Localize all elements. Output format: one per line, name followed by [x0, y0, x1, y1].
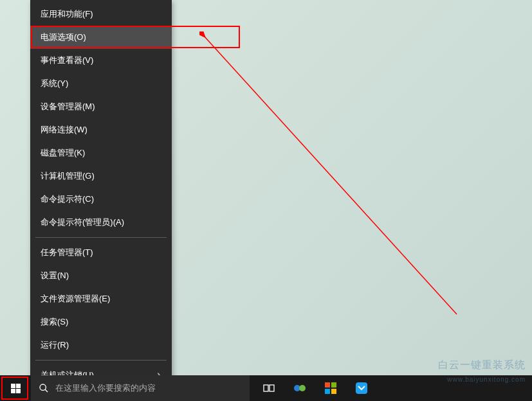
menu-separator — [35, 237, 167, 238]
menu-task-manager[interactable]: 任务管理器(T) — [30, 241, 172, 264]
search-placeholder: 在这里输入你要搜索的内容 — [55, 382, 156, 394]
menu-item-label: 事件查看器(V) — [41, 55, 93, 66]
menu-device-manager[interactable]: 设备管理器(M) — [30, 95, 172, 118]
menu-cmd[interactable]: 命令提示符(C) — [30, 188, 172, 211]
svg-line-12 — [205, 37, 457, 314]
taskbar-pinned-apps — [253, 375, 377, 401]
svg-rect-7 — [331, 382, 336, 388]
annotation-arrow — [199, 31, 463, 321]
menu-item-label: 文件资源管理器(E) — [41, 293, 110, 305]
menu-system[interactable]: 系统(Y) — [30, 72, 172, 95]
taskbar-app-1[interactable] — [284, 375, 315, 401]
svg-line-1 — [45, 389, 48, 392]
menu-search[interactable]: 搜索(S) — [30, 310, 172, 334]
menu-run[interactable]: 运行(R) — [30, 334, 172, 357]
taskbar-search[interactable]: 在这里输入你要搜索的内容 — [31, 375, 250, 401]
svg-point-5 — [299, 385, 306, 391]
menu-item-label: 网络连接(W) — [41, 124, 87, 136]
menu-event-viewer[interactable]: 事件查看器(V) — [30, 49, 172, 72]
menu-item-label: 设备管理器(M) — [41, 101, 95, 112]
start-button[interactable] — [0, 375, 31, 401]
taskbar-app-2[interactable] — [315, 375, 346, 401]
windows-logo-icon — [11, 384, 21, 393]
svg-rect-2 — [264, 385, 268, 391]
svg-rect-3 — [270, 385, 274, 391]
watermark-text: 白云一键重装系统 — [438, 359, 526, 372]
menu-item-label: 命令提示符(C) — [41, 193, 94, 205]
menu-item-label: 设置(N) — [41, 270, 69, 281]
svg-rect-8 — [325, 389, 330, 394]
svg-rect-6 — [325, 382, 330, 388]
app-icon — [354, 381, 369, 395]
menu-item-label: 电源选项(O) — [41, 31, 86, 43]
svg-rect-9 — [331, 389, 336, 394]
task-view-icon — [263, 384, 275, 393]
menu-item-label: 系统(Y) — [41, 78, 68, 89]
watermark-sub: www.baiyunxitong.com — [447, 376, 526, 383]
menu-item-label: 运行(R) — [41, 339, 69, 351]
menu-separator — [35, 360, 167, 361]
menu-power-options[interactable]: 电源选项(O) — [30, 26, 172, 49]
winx-context-menu: 应用和功能(F) 电源选项(O) 事件查看器(V) 系统(Y) 设备管理器(M)… — [30, 0, 172, 401]
menu-item-label: 任务管理器(T) — [41, 247, 93, 258]
app-icon — [293, 382, 306, 395]
menu-item-label: 应用和功能(F) — [41, 8, 93, 20]
menu-disk-management[interactable]: 磁盘管理(K) — [30, 141, 172, 165]
menu-cmd-admin[interactable]: 命令提示符(管理员)(A) — [30, 211, 172, 234]
menu-settings[interactable]: 设置(N) — [30, 264, 172, 287]
menu-computer-management[interactable]: 计算机管理(G) — [30, 165, 172, 188]
menu-file-explorer[interactable]: 文件资源管理器(E) — [30, 287, 172, 310]
menu-apps-features[interactable]: 应用和功能(F) — [30, 3, 172, 26]
svg-rect-10 — [356, 382, 367, 394]
menu-item-label: 计算机管理(G) — [41, 170, 95, 182]
taskbar-app-3[interactable] — [346, 375, 377, 401]
menu-network-connections[interactable]: 网络连接(W) — [30, 118, 172, 141]
task-view-button[interactable] — [253, 375, 284, 401]
app-icon — [325, 382, 336, 394]
svg-point-0 — [40, 384, 46, 390]
menu-item-label: 命令提示符(管理员)(A) — [41, 217, 124, 228]
menu-item-label: 磁盘管理(K) — [41, 147, 85, 159]
search-icon — [39, 383, 49, 393]
menu-item-label: 搜索(S) — [41, 316, 68, 328]
